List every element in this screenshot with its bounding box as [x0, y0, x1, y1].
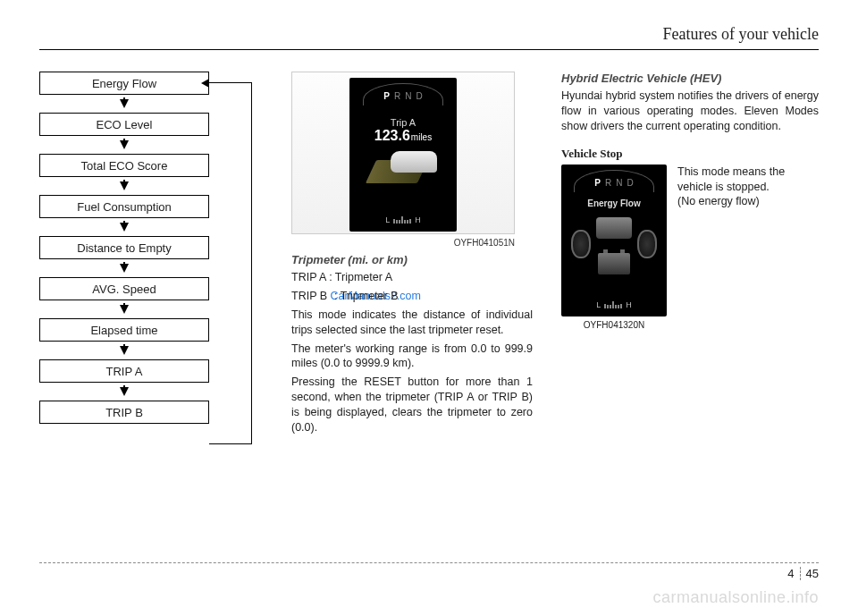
gauge-ticks-icon	[604, 301, 622, 308]
gear-p: P	[594, 178, 601, 188]
flow-arrow-icon	[39, 383, 209, 401]
gauge-low: L	[596, 300, 601, 309]
svg-rect-13	[123, 344, 125, 348]
svg-rect-7	[123, 221, 125, 224]
flow-arrow-icon	[39, 177, 209, 195]
page-content: Energy Flow ECO Level Total ECO Score Fu…	[39, 72, 819, 527]
cluster-display: P R N D Trip A 123.6miles L	[349, 78, 457, 232]
stop-text-1: This mode means the vehicle is stopped.	[677, 165, 819, 195]
gear-indicator: P R N D	[594, 178, 633, 188]
page-number: 4 45	[787, 567, 819, 580]
flow-elapsed-time: Elapsed time	[39, 318, 209, 342]
line-b-original: : Tripmeter B	[334, 289, 399, 304]
tripmeter-p1: This mode indicates the distance of indi…	[291, 308, 533, 338]
flow-trip-a: TRIP A	[39, 359, 209, 383]
tripmeter-p3: Pressing the RESET button for more than …	[291, 375, 533, 435]
wheel-left-icon	[571, 230, 591, 258]
hev-heading: Hybrid Electric Vehicle (HEV)	[561, 72, 819, 85]
flow-arrow-icon	[39, 342, 209, 359]
svg-rect-9	[123, 262, 125, 266]
hev-intro: Hyundai hybrid system notifies the drive…	[561, 89, 819, 134]
battery-icon	[598, 253, 630, 274]
trip-number: 123.6	[374, 128, 410, 143]
vehicle-stop-heading: Vehicle Stop	[561, 147, 819, 161]
figure-caption: OYFH041320N	[561, 320, 667, 330]
flow-avg-speed: AVG. Speed	[39, 277, 209, 300]
trip-value: 123.6miles	[374, 128, 432, 144]
gauge-high: H	[415, 215, 421, 224]
svg-rect-15	[123, 385, 125, 389]
vehicle-stop-block: P R N D Energy Flow L	[561, 165, 819, 330]
flow-energy-flow: Energy Flow	[39, 72, 209, 95]
page-header: Features of your vehicle	[39, 25, 819, 50]
gear-n: N	[616, 178, 622, 188]
flow-distance-to-empty: Distance to Empty	[39, 236, 209, 259]
section-number: 4	[787, 567, 800, 580]
flow-arrow-icon	[39, 259, 209, 277]
flow-total-eco-score: Total ECO Score	[39, 154, 209, 177]
trip-unit: miles	[411, 132, 432, 142]
fuel-gauge: L H	[596, 300, 632, 309]
flow-trip-b: TRIP B	[39, 401, 209, 424]
tripmeter-line-b: TRIP B CarManuals2.com : Tripmeter B	[291, 289, 533, 304]
vehicle-stop-text: This mode means the vehicle is stopped. …	[677, 165, 819, 330]
svg-rect-11	[123, 303, 125, 307]
gauge-ticks-icon	[393, 216, 411, 224]
tripmeter-p2: The meter's working range is from 0.0 to…	[291, 342, 533, 372]
flow-arrow-icon	[39, 218, 209, 236]
display-screenshot-trip-a: P R N D Trip A 123.6miles L	[291, 72, 515, 234]
tripmeter-line-a: TRIP A : Tripmeter A	[291, 270, 533, 285]
svg-rect-1	[123, 97, 125, 101]
gear-d: D	[627, 178, 633, 188]
car-graphic	[367, 149, 439, 185]
energy-flow-diagram	[569, 215, 659, 280]
gear-indicator: P R N D	[383, 91, 422, 101]
car-icon	[391, 151, 437, 173]
flow-loop-connector	[209, 82, 252, 444]
gauge-low: L	[385, 215, 390, 224]
trip-label: Trip A	[391, 117, 416, 128]
gauge-high: H	[626, 300, 632, 309]
page-number-value: 45	[806, 567, 819, 580]
gear-n: N	[405, 91, 411, 101]
gear-d: D	[416, 91, 422, 101]
flow-arrow-icon	[39, 300, 209, 318]
hev-column: Hybrid Electric Vehicle (HEV) Hyundai hy…	[561, 72, 819, 527]
site-watermark: carmanualsonline.info	[652, 588, 819, 607]
stop-text-2: (No energy flow)	[677, 194, 819, 209]
gear-r: R	[394, 91, 400, 101]
figure-caption: OYFH041051N	[291, 238, 515, 248]
flow-arrow-icon	[39, 136, 209, 154]
flow-eco-level: ECO Level	[39, 113, 209, 136]
svg-rect-5	[123, 180, 125, 183]
line-b-pre: TRIP B	[291, 290, 331, 302]
page-footer: 4 45	[39, 562, 819, 580]
flow-arrow-icon	[39, 95, 209, 113]
tripmeter-column: P R N D Trip A 123.6miles L	[291, 72, 533, 527]
gear-r: R	[605, 178, 611, 188]
screenshot-wrapper: P R N D Energy Flow L	[561, 165, 667, 330]
display-screenshot-energy-flow: P R N D Energy Flow L	[561, 165, 667, 316]
flowchart: Energy Flow ECO Level Total ECO Score Fu…	[39, 72, 263, 527]
energy-flow-label: Energy Flow	[587, 198, 640, 208]
engine-icon	[596, 217, 632, 239]
flow-fuel-consumption: Fuel Consumption	[39, 195, 209, 218]
wheel-right-icon	[637, 230, 657, 258]
svg-rect-3	[123, 139, 125, 142]
gear-p: P	[383, 91, 390, 101]
fuel-gauge: L H	[385, 215, 421, 224]
tripmeter-heading: Tripmeter (mi. or km)	[291, 253, 533, 266]
